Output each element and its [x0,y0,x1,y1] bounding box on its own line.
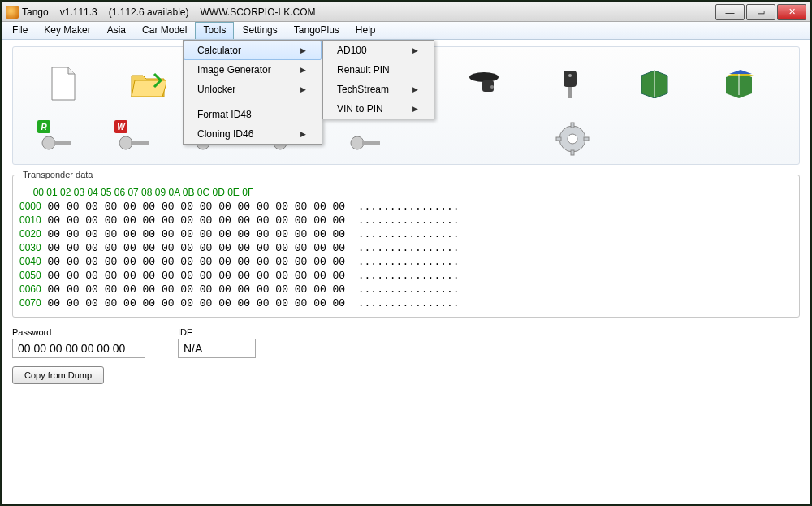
open-folder-icon[interactable] [130,66,166,102]
svg-rect-15 [362,141,380,145]
svg-point-17 [568,134,577,144]
submenu-techstream[interactable]: TechStream▶ [323,80,434,99]
menu-image-generator[interactable]: Image Generator▶ [184,60,322,80]
submenu-vin-to-pin[interactable]: VIN to PIN▶ [323,99,434,119]
svg-rect-5 [568,87,572,98]
key-r-icon[interactable]: R [37,120,78,153]
menu-format-id48[interactable]: Format ID48 [184,105,322,124]
menu-file[interactable]: File [4,22,36,39]
menu-tangoplus[interactable]: TangoPlus [286,22,348,39]
copy-from-dump-button[interactable]: Copy from Dump [12,366,104,384]
ide-field[interactable] [178,339,256,358]
hex-view[interactable]: 00 01 02 03 04 05 06 07 08 09 0A 0B 0C 0… [19,186,793,310]
svg-rect-21 [584,137,589,141]
settings-gear-icon[interactable] [555,121,590,157]
menu-tools[interactable]: Tools [195,22,234,39]
app-available: (1.112.6 available) [109,6,189,18]
key-plain-icon[interactable] [346,120,387,153]
transponder-legend: Transponder data [19,170,96,179]
calculator-submenu: AD100▶ Renault PIN TechStream▶ VIN to PI… [322,40,434,119]
password-field[interactable] [12,339,145,358]
svg-point-8 [119,136,132,149]
menu-keymaker[interactable]: Key Maker [36,22,98,39]
menu-help[interactable]: Help [348,22,384,39]
app-icon [6,6,19,19]
new-file-icon[interactable] [45,66,81,102]
submenu-ad100[interactable]: AD100▶ [323,41,434,60]
car-key-icon[interactable] [552,66,588,102]
tools-dropdown: Calculator▶ Image Generator▶ Unlocker▶ F… [183,40,322,145]
menu-cloning-id46[interactable]: Cloning ID46▶ [184,124,322,144]
menu-calculator[interactable]: Calculator▶ [184,41,322,60]
book-multi-icon[interactable] [721,66,757,102]
grad-key-icon[interactable] [468,66,503,102]
menu-unlocker[interactable]: Unlocker▶ [184,80,322,99]
svg-point-4 [568,74,572,77]
book-green-icon[interactable] [637,66,672,102]
close-button[interactable]: ✕ [777,4,806,20]
svg-rect-3 [564,71,577,87]
svg-rect-18 [571,123,574,128]
password-label: Password [12,327,145,337]
submenu-renault-pin[interactable]: Renault PIN [323,60,434,80]
svg-rect-19 [571,150,574,155]
svg-point-2 [490,85,494,89]
app-name: Tango [22,6,49,18]
key-w-icon[interactable]: W [114,120,155,153]
maximize-button[interactable]: ▭ [746,4,775,20]
menu-settings[interactable]: Settings [234,22,285,39]
svg-rect-7 [54,141,71,145]
ide-label: IDE [178,327,256,337]
svg-rect-9 [131,141,149,145]
svg-point-14 [351,136,364,149]
menu-carmodel[interactable]: Car Model [134,22,195,39]
menubar: File Key Maker Asia Car Model Tools Sett… [2,22,810,40]
transponder-fieldset: Transponder data 00 01 02 03 04 05 06 07… [12,170,800,318]
app-version: v1.111.3 [60,6,97,18]
svg-point-6 [42,136,55,149]
menu-asia[interactable]: Asia [99,22,134,39]
titlebar: Tango v1.111.3 (1.112.6 available) WWW.S… [2,2,810,22]
svg-rect-20 [556,137,561,141]
minimize-button[interactable]: — [715,4,745,20]
app-site: WWW.SCORPIO-LK.COM [200,6,315,18]
